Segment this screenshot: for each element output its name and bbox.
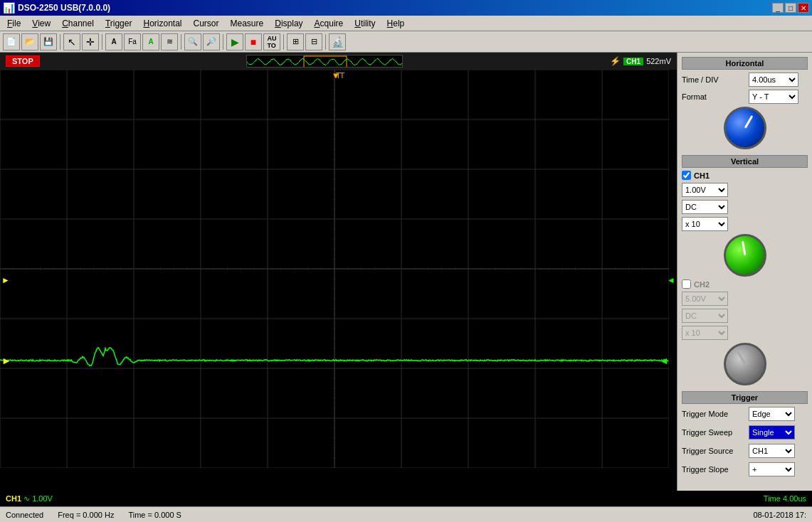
statusbar-left: Connected Freq = 0.000 Hz Time = 0.000 S <box>6 511 181 519</box>
zoom-out[interactable]: 🔎 <box>203 33 220 50</box>
separator-5 <box>283 34 284 50</box>
auto-button[interactable]: AUTO <box>263 33 280 50</box>
menu-utility[interactable]: Utility <box>349 17 381 30</box>
scope-area: STOP ⚡ CH1 522mV ▼T ► ◄ <box>0 53 677 491</box>
trigger-slope-select[interactable]: + - <box>749 462 795 476</box>
time-div-select[interactable]: 4.00us 2.00us 1.00us 500ns 8.00us <box>749 73 798 87</box>
ch2-probe-select[interactable]: x 10 x 1 x 100 <box>682 326 728 340</box>
ch1-probe-select[interactable]: x 10 x 1 x 100 <box>682 217 728 231</box>
ch2-knob-container <box>682 343 808 385</box>
titlebar-left: 📊 DSO-2250 USB(7.0.0.0) <box>3 2 110 14</box>
trigger-sweep-label: Trigger Sweep <box>682 428 746 437</box>
trigger-slope-row: Trigger Slope + - <box>682 462 808 476</box>
menu-trigger[interactable]: Trigger <box>100 17 138 30</box>
ch1-coupling-row: DC AC GND <box>682 200 808 214</box>
maximize-button[interactable]: □ <box>785 3 796 13</box>
cursor-d[interactable]: ≋ <box>161 33 178 50</box>
titlebar-controls: _ □ ✕ <box>772 3 809 13</box>
trigger-marker-t: ▼T <box>332 71 345 80</box>
ch1-checkbox-row: CH1 <box>682 171 808 180</box>
new-button[interactable]: 📄 <box>3 33 20 50</box>
trigger-mode-row: Trigger Mode Edge Pulse Video <box>682 407 808 421</box>
infobar-time-value: 4.00us <box>783 494 806 503</box>
save-button[interactable]: 💾 <box>40 33 57 50</box>
cursor-a[interactable]: A <box>105 33 122 50</box>
format-label: Format <box>682 92 746 101</box>
ch1-zero-indicator: ► <box>1 275 10 285</box>
ch2-label: CH2 <box>694 280 710 289</box>
run-button[interactable]: ▶ <box>226 33 243 50</box>
menu-view[interactable]: View <box>26 17 56 30</box>
menu-acquire[interactable]: Acquire <box>309 17 349 30</box>
menu-measure[interactable]: Measure <box>225 17 270 30</box>
trigger-source-select[interactable]: CH1 CH2 EXT <box>749 444 795 458</box>
trigger-level-indicator: ◄ <box>667 275 675 285</box>
ch1-coupling-select[interactable]: DC AC GND <box>682 200 728 214</box>
time-div-label: Time / DIV <box>682 75 746 84</box>
time-display: Time = 0.000 S <box>128 511 181 519</box>
scope-canvas[interactable] <box>0 70 669 468</box>
ch2-voltage-row: 5.00V 1.00V 2.00V <box>682 292 808 306</box>
ch2-checkbox[interactable] <box>682 279 691 289</box>
stop-button[interactable]: ■ <box>245 33 262 50</box>
menu-help[interactable]: Help <box>381 17 411 30</box>
separator-3 <box>181 34 181 50</box>
menu-horizontal[interactable]: Horizontal <box>137 17 187 30</box>
cursor-normal[interactable]: ↖ <box>63 33 80 50</box>
ch1-label: CH1 <box>694 171 710 180</box>
menu-channel[interactable]: Channel <box>56 17 100 30</box>
ref-button[interactable]: 🔬 <box>329 33 346 50</box>
ch2-voltage-select[interactable]: 5.00V 1.00V 2.00V <box>682 292 728 306</box>
trigger-section: Trigger Trigger Mode Edge Pulse Video Tr… <box>682 391 808 476</box>
ch1-checkbox[interactable] <box>682 171 691 180</box>
waveform-mini-display <box>246 55 403 68</box>
mini-waveform-canvas <box>247 55 403 68</box>
connected-status: Connected <box>6 511 43 519</box>
horizontal-knob-indicator <box>744 115 753 129</box>
menu-display[interactable]: Display <box>269 17 308 30</box>
open-button[interactable]: 📂 <box>21 33 38 50</box>
zoom-in[interactable]: 🔍 <box>184 33 201 50</box>
ch1-knob[interactable] <box>724 234 766 277</box>
vertical-title: Vertical <box>682 155 808 168</box>
horizontal-title: Horizontal <box>682 57 808 70</box>
trigger-mode-select[interactable]: Edge Pulse Video <box>749 407 795 421</box>
format-select[interactable]: Y - T X - Y <box>749 90 798 104</box>
app-icon: 📊 <box>3 2 15 14</box>
grid-button[interactable]: ⊟ <box>305 33 322 50</box>
infobar: CH1 ∿ 1.00V Time 4.00us <box>0 491 812 506</box>
menu-cursor[interactable]: Cursor <box>188 17 225 30</box>
close-button[interactable]: ✕ <box>798 3 809 13</box>
ch1-voltage-row: 1.00V 500mV 2.00V 5.00V <box>682 183 808 197</box>
menu-file[interactable]: File <box>1 17 26 30</box>
freq-display: Freq = 0.000 Hz <box>58 511 114 519</box>
ch1-probe-row: x 10 x 1 x 100 <box>682 217 808 231</box>
fit-button[interactable]: ⊞ <box>287 33 304 50</box>
ch1-voltage-value: 522mV <box>646 57 671 65</box>
cursor-crosshair[interactable]: ✛ <box>82 33 99 50</box>
separator-2 <box>102 34 102 50</box>
time-div-row: Time / DIV 4.00us 2.00us 1.00us 500ns 8.… <box>682 73 808 87</box>
cursor-b[interactable]: Fa <box>124 33 141 50</box>
statusbar: Connected Freq = 0.000 Hz Time = 0.000 S… <box>0 506 812 522</box>
trigger-title: Trigger <box>682 391 808 404</box>
ch1-voltage-select[interactable]: 1.00V 500mV 2.00V 5.00V <box>682 183 728 197</box>
ch2-coupling-select[interactable]: DC AC GND <box>682 309 728 323</box>
trigger-sweep-row: Trigger Sweep Single Auto Normal <box>682 425 808 440</box>
infobar-separator: ∿ <box>23 494 32 503</box>
infobar-ch1-label: CH1 <box>6 494 21 503</box>
ch2-knob-indicator <box>737 351 746 365</box>
menubar: File View Channel Trigger Horizontal Cur… <box>0 16 812 31</box>
trigger-sweep-select[interactable]: Single Auto Normal <box>749 425 795 440</box>
minimize-button[interactable]: _ <box>772 3 784 13</box>
cursor-c[interactable]: A <box>142 33 159 50</box>
right-panel: Horizontal Time / DIV 4.00us 2.00us 1.00… <box>677 53 812 491</box>
main-area: STOP ⚡ CH1 522mV ▼T ► ◄ <box>0 53 812 491</box>
scope-canvas-container: ▼T ► ◄ <box>0 70 677 491</box>
horizontal-knob[interactable] <box>724 107 766 149</box>
trigger-source-row: Trigger Source CH1 CH2 EXT <box>682 444 808 458</box>
stop-indicator[interactable]: STOP <box>6 55 40 67</box>
vertical-section: Vertical CH1 1.00V 500mV 2.00V 5.00V DC <box>682 155 808 385</box>
ch2-knob[interactable] <box>724 343 766 385</box>
horizontal-knob-container <box>682 107 808 149</box>
